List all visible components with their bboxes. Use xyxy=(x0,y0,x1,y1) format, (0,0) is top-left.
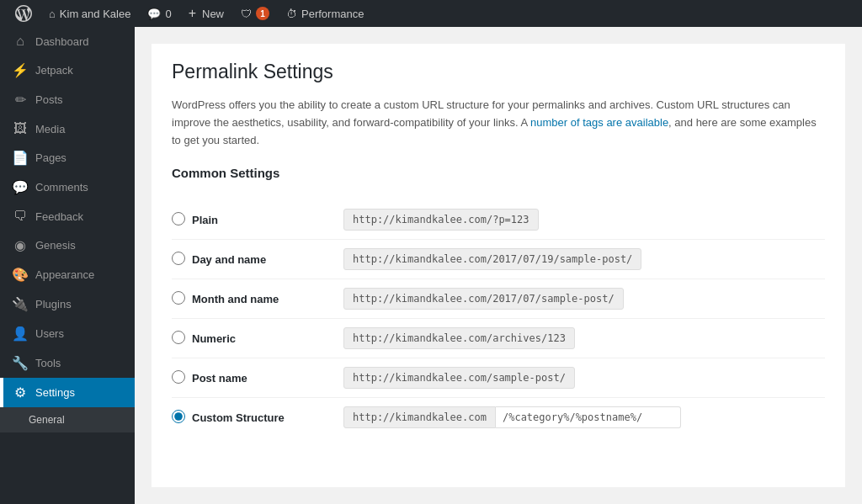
sidebar-item-label: Feedback xyxy=(35,210,83,223)
settings-icon: ⚙ xyxy=(12,385,29,401)
site-name-button[interactable]: ⌂ Kim and Kalee xyxy=(40,0,139,27)
numeric-url-display: http://kimandkalee.com/archives/123 xyxy=(343,327,575,349)
post-name-radio-wrapper xyxy=(172,370,192,386)
updates-badge: 1 xyxy=(256,7,269,20)
comment-icon: 💬 xyxy=(147,8,161,20)
sidebar-item-label: Media xyxy=(35,123,65,135)
main-layout: ⌂ Dashboard ⚡ Jetpack ✏ Posts 🖼 Media 📄 … xyxy=(0,27,862,504)
month-and-name-label[interactable]: Month and name xyxy=(192,293,343,305)
sidebar-item-label: Appearance xyxy=(35,268,94,281)
genesis-icon: ◉ xyxy=(12,237,29,253)
plain-url-display: http://kimandkalee.com/?p=123 xyxy=(343,209,539,231)
performance-icon: ⏱ xyxy=(286,8,297,20)
tags-link[interactable]: number of tags are available xyxy=(530,116,668,129)
appearance-icon: 🎨 xyxy=(12,267,29,283)
updates-button[interactable]: 🛡 1 xyxy=(232,0,278,27)
users-icon: 👤 xyxy=(12,326,29,342)
sidebar-item-users[interactable]: 👤 Users xyxy=(0,319,135,348)
day-and-name-radio-wrapper xyxy=(172,252,192,268)
feedback-icon: 🗨 xyxy=(12,209,29,224)
custom-structure-url: http://kimandkalee.com xyxy=(343,406,825,428)
sidebar-item-jetpack[interactable]: ⚡ Jetpack xyxy=(0,56,135,85)
permalink-row-custom-structure: Custom Structure http://kimandkalee.com xyxy=(172,398,825,437)
sidebar-item-label: Tools xyxy=(35,357,61,369)
custom-structure-label[interactable]: Custom Structure xyxy=(192,411,343,424)
performance-label: Performance xyxy=(301,8,364,20)
sidebar-item-pages[interactable]: 📄 Pages xyxy=(0,143,135,172)
sidebar-item-label: Comments xyxy=(35,181,88,194)
posts-icon: ✏ xyxy=(12,92,29,108)
new-label: New xyxy=(202,8,224,20)
sidebar-item-dashboard[interactable]: ⌂ Dashboard xyxy=(0,27,135,56)
plain-radio[interactable] xyxy=(172,212,185,225)
updates-icon: 🛡 xyxy=(241,8,252,20)
day-and-name-url-display: http://kimandkalee.com/2017/07/19/sample… xyxy=(343,248,641,270)
sidebar-item-label: Settings xyxy=(35,386,75,399)
plain-radio-wrapper xyxy=(172,212,192,228)
custom-structure-url-base: http://kimandkalee.com xyxy=(343,406,496,428)
post-name-radio[interactable] xyxy=(172,370,185,384)
sidebar-item-label: Genesis xyxy=(35,239,76,252)
comments-icon: 💬 xyxy=(12,179,29,195)
sidebar-item-appearance[interactable]: 🎨 Appearance xyxy=(0,260,135,289)
description-text: WordPress offers you the ability to crea… xyxy=(172,97,825,149)
month-and-name-url: http://kimandkalee.com/2017/07/sample-po… xyxy=(343,288,825,310)
site-name-label: Kim and Kalee xyxy=(60,8,131,20)
sidebar-item-label: Plugins xyxy=(35,298,72,310)
content-area: Permalink Settings WordPress offers you … xyxy=(135,27,862,504)
plain-label[interactable]: Plain xyxy=(192,214,343,226)
post-name-url-display: http://kimandkalee.com/sample-post/ xyxy=(343,367,575,389)
sidebar-item-comments[interactable]: 💬 Comments xyxy=(0,172,135,202)
sidebar-item-label: Jetpack xyxy=(35,64,73,77)
common-settings-heading: Common Settings xyxy=(172,166,825,187)
permalink-row-day-and-name: Day and name http://kimandkalee.com/2017… xyxy=(172,240,825,279)
tools-icon: 🔧 xyxy=(12,355,29,371)
numeric-radio[interactable] xyxy=(172,331,185,344)
plugins-icon: 🔌 xyxy=(12,296,29,312)
pages-icon: 📄 xyxy=(12,150,29,166)
page-title: Permalink Settings xyxy=(172,61,825,83)
day-and-name-url: http://kimandkalee.com/2017/07/19/sample… xyxy=(343,248,825,270)
media-icon: 🖼 xyxy=(12,121,29,136)
sidebar-item-settings[interactable]: ⚙ Settings xyxy=(0,378,135,407)
wp-logo-button[interactable] xyxy=(7,0,40,27)
sidebar-item-general[interactable]: General xyxy=(0,407,135,432)
permalink-row-plain: Plain http://kimandkalee.com/?p=123 xyxy=(172,200,825,240)
month-and-name-radio[interactable] xyxy=(172,291,185,305)
general-label: General xyxy=(29,414,65,426)
admin-bar: ⌂ Kim and Kalee 💬 0 + New 🛡 1 ⏱ Performa… xyxy=(0,0,862,27)
sidebar-item-posts[interactable]: ✏ Posts xyxy=(0,85,135,114)
new-button[interactable]: + New xyxy=(180,0,232,27)
content-wrap: Permalink Settings WordPress offers you … xyxy=(152,44,845,487)
numeric-label[interactable]: Numeric xyxy=(192,332,343,345)
sidebar-item-feedback[interactable]: 🗨 Feedback xyxy=(0,202,135,231)
custom-structure-radio[interactable] xyxy=(172,410,185,423)
day-and-name-label[interactable]: Day and name xyxy=(192,253,343,266)
numeric-radio-wrapper xyxy=(172,331,192,347)
sidebar-item-label: Dashboard xyxy=(35,35,89,48)
custom-structure-input[interactable] xyxy=(496,406,681,428)
post-name-label[interactable]: Post name xyxy=(192,372,343,385)
month-and-name-url-display: http://kimandkalee.com/2017/07/sample-po… xyxy=(343,288,624,310)
sidebar-item-genesis[interactable]: ◉ Genesis xyxy=(0,231,135,260)
numeric-url: http://kimandkalee.com/archives/123 xyxy=(343,327,825,349)
sidebar-item-label: Posts xyxy=(35,93,63,106)
sidebar-item-media[interactable]: 🖼 Media xyxy=(0,114,135,143)
comments-count: 0 xyxy=(165,8,171,20)
permalink-options: Plain http://kimandkalee.com/?p=123 Day … xyxy=(172,200,825,437)
dashboard-icon: ⌂ xyxy=(12,34,29,49)
sidebar-item-label: Users xyxy=(35,327,64,340)
sidebar-item-plugins[interactable]: 🔌 Plugins xyxy=(0,289,135,319)
day-and-name-radio[interactable] xyxy=(172,252,185,265)
permalink-row-month-and-name: Month and name http://kimandkalee.com/20… xyxy=(172,279,825,319)
plain-url: http://kimandkalee.com/?p=123 xyxy=(343,209,825,231)
sidebar-item-tools[interactable]: 🔧 Tools xyxy=(0,348,135,378)
performance-button[interactable]: ⏱ Performance xyxy=(278,0,372,27)
custom-structure-radio-wrapper xyxy=(172,410,192,426)
post-name-url: http://kimandkalee.com/sample-post/ xyxy=(343,367,825,389)
month-and-name-radio-wrapper xyxy=(172,291,192,307)
jetpack-icon: ⚡ xyxy=(12,62,29,78)
sidebar: ⌂ Dashboard ⚡ Jetpack ✏ Posts 🖼 Media 📄 … xyxy=(0,27,135,504)
comments-button[interactable]: 💬 0 xyxy=(139,0,179,27)
plus-icon: + xyxy=(189,6,196,21)
